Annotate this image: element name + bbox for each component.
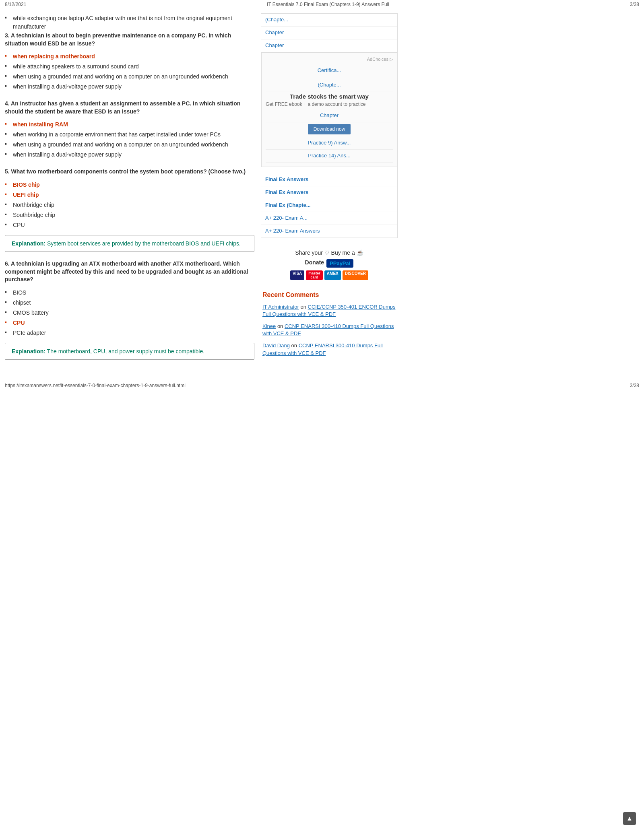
- top-title: IT Essentials 7.0 Final Exam (Chapters 1…: [267, 2, 389, 7]
- question-6: 6. A technician is upgrading an ATX moth…: [5, 260, 254, 360]
- explanation-6: Explanation: The motherboard, CPU, and p…: [5, 343, 254, 360]
- sidebar-link-12[interactable]: A+ 220- Exam Answers: [261, 225, 397, 238]
- paypal-logo: PPayPal: [326, 259, 353, 268]
- sidebar-nav: (Chapte... Chapter Chapter AdChoices ▷ C…: [261, 13, 398, 238]
- question-3-answers: when replacing a motherboard while attac…: [5, 52, 254, 92]
- question-4-answers: when installing RAM when working in a co…: [5, 120, 254, 160]
- sidebar: (Chapte... Chapter Chapter AdChoices ▷ C…: [261, 13, 398, 368]
- explanation-5-text: System boot services are provided by the…: [47, 240, 241, 247]
- answer-3-4: when installing a dual-voltage power sup…: [5, 82, 254, 92]
- explanation-5: Explanation: System boot services are pr…: [5, 235, 254, 252]
- answer-4-1: when installing RAM: [5, 120, 254, 130]
- question-3: 3. A technician is about to begin preven…: [5, 32, 254, 92]
- ad-box: AdChoices ▷ Certifica... (Chapte... Trad…: [261, 52, 397, 167]
- top-page: 3/38: [630, 2, 639, 7]
- comment-1: IT Administrator on CCIE/CCNP 350-401 EN…: [262, 303, 396, 318]
- comment-3: David Dang on CCNP ENARSI 300-410 Dumps …: [262, 342, 396, 357]
- sidebar-link-5[interactable]: Chapter: [266, 109, 393, 122]
- card-icons: VISA mastercard AMEX DISCOVER: [261, 270, 398, 280]
- answer-4-3: when using a grounded mat and working on…: [5, 140, 254, 150]
- top-bar: 8/12/2021 IT Essentials 7.0 Final Exam (…: [0, 0, 644, 9]
- answer-4-2: when working in a corporate environment …: [5, 130, 254, 140]
- answer-5-5: CPU: [5, 220, 254, 230]
- sidebar-link-4[interactable]: (Chapte...: [266, 79, 393, 92]
- sidebar-link-0[interactable]: (Chapte...: [261, 14, 397, 27]
- sidebar-link-11[interactable]: A+ 220- Exam A...: [261, 212, 397, 225]
- answer-6-1: BIOS: [5, 288, 254, 298]
- recent-comments-heading: Recent Comments: [262, 291, 396, 299]
- amex-icon: AMEX: [324, 270, 341, 280]
- sidebar-link-7[interactable]: Practice 14) Ans...: [266, 150, 393, 163]
- ad-body: Get FREE ebook + a demo account to pract…: [266, 101, 393, 107]
- sidebar-link-2[interactable]: Chapter: [261, 39, 397, 52]
- recent-comments: Recent Comments IT Administrator on CCIE…: [261, 291, 398, 357]
- explanation-6-label: Explanation:: [12, 348, 45, 355]
- visa-icon: VISA: [290, 270, 304, 280]
- sidebar-link-8[interactable]: Final Ex Answers: [261, 173, 397, 186]
- donate-section: Share your ♡ Buy me a ☕ Donate PPayPal V…: [261, 245, 398, 285]
- sidebar-link-9[interactable]: Final Ex Answers: [261, 186, 397, 199]
- sidebar-link-3[interactable]: Certifica...: [266, 64, 393, 77]
- answer-5-4: Southbridge chip: [5, 210, 254, 220]
- top-date: 8/12/2021: [5, 2, 26, 7]
- answer-6-5: PCIe adapter: [5, 328, 254, 338]
- share-text: Share your ♡ Buy me a ☕: [261, 249, 398, 256]
- answer-6-4: CPU: [5, 318, 254, 328]
- ad-choices-icon: ▷: [390, 57, 393, 62]
- sidebar-link-6[interactable]: Practice 9) Answ...: [266, 137, 393, 150]
- bottom-bar: https://itexamanswers.net/it-essentials-…: [0, 380, 644, 391]
- bottom-page: 3/38: [630, 383, 639, 388]
- commenter-2[interactable]: Kinee: [262, 323, 276, 329]
- page-layout: while exchanging one laptop AC adapter w…: [0, 9, 644, 372]
- sidebar-link-1[interactable]: Chapter: [261, 27, 397, 39]
- question-3-text: 3. A technician is about to begin preven…: [5, 32, 254, 47]
- answer-5-3: Northbridge chip: [5, 200, 254, 210]
- on-text-1: on: [300, 304, 308, 310]
- answer-6-3: CMOS battery: [5, 308, 254, 318]
- ad-title: Trade stocks the smart way: [266, 93, 393, 100]
- question-5-answers: BIOS chip UEFI chip Northbridge chip Sou…: [5, 180, 254, 230]
- answer-6-2: chipset: [5, 298, 254, 308]
- answer-5-2: UEFI chip: [5, 190, 254, 200]
- main-content: while exchanging one laptop AC adapter w…: [5, 13, 254, 368]
- commenter-3[interactable]: David Dang: [262, 342, 290, 348]
- explanation-5-label: Explanation:: [12, 240, 45, 247]
- question-6-text: 6. A technician is upgrading an ATX moth…: [5, 260, 254, 284]
- ad-download-button[interactable]: Download now: [308, 124, 351, 134]
- discover-icon: DISCOVER: [343, 270, 368, 280]
- answer-3-1: when replacing a motherboard: [5, 52, 254, 62]
- sidebar-link-10[interactable]: Final Ex (Chapte...: [261, 199, 397, 212]
- question-5: 5. What two motherboard components contr…: [5, 168, 254, 252]
- ad-label: AdChoices ▷: [266, 57, 393, 62]
- donate-label: Donate: [305, 259, 324, 266]
- question-5-text: 5. What two motherboard components contr…: [5, 168, 254, 176]
- intro-bullet: while exchanging one laptop AC adapter w…: [5, 13, 254, 32]
- question-4: 4. An instructor has given a student an …: [5, 100, 254, 160]
- answer-4-4: when installing a dual-voltage power sup…: [5, 150, 254, 160]
- bottom-url: https://itexamanswers.net/it-essentials-…: [5, 383, 186, 388]
- answer-3-3: when using a grounded mat and working on…: [5, 72, 254, 82]
- question-6-answers: BIOS chipset CMOS battery CPU PCIe adapt…: [5, 288, 254, 338]
- on-text-2: on: [277, 323, 285, 329]
- answer-3-2: while attaching speakers to a surround s…: [5, 62, 254, 72]
- intro-list: while exchanging one laptop AC adapter w…: [5, 13, 254, 32]
- on-text-3: on: [291, 342, 299, 348]
- comment-2: Kinee on CCNP ENARSI 300-410 Dumps Full …: [262, 323, 396, 337]
- commenter-1[interactable]: IT Administrator: [262, 304, 299, 310]
- explanation-6-text: The motherboard, CPU, and power supply m…: [47, 348, 204, 355]
- mastercard-icon: mastercard: [306, 270, 323, 280]
- question-4-text: 4. An instructor has given a student an …: [5, 100, 254, 115]
- answer-5-1: BIOS chip: [5, 180, 254, 190]
